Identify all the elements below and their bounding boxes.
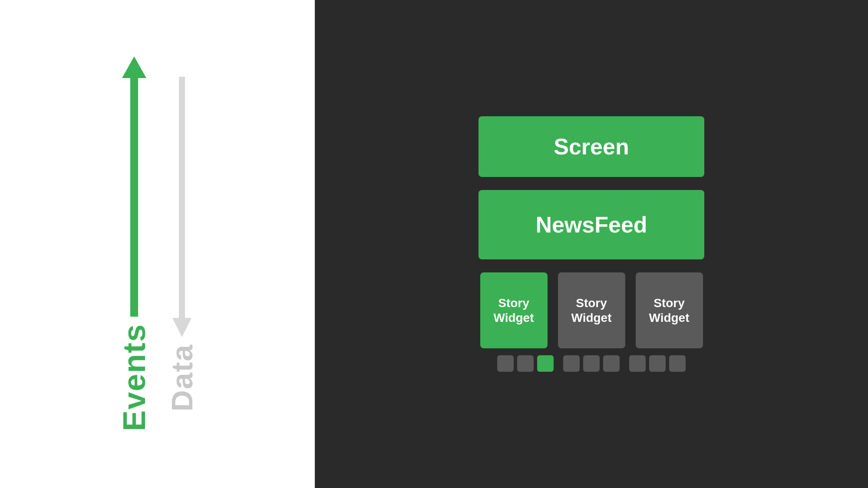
story-widget-3-label: StoryWidget <box>649 296 689 325</box>
newsfeed-label: NewsFeed <box>535 212 647 238</box>
right-panel: Screen NewsFeed StoryWidget StoryWidget … <box>315 0 868 488</box>
events-group: Events Data <box>116 56 199 431</box>
dots-set-1 <box>497 355 554 372</box>
story-widget-2: StoryWidget <box>558 272 625 348</box>
story-widget-1-label: StoryWidget <box>493 296 534 325</box>
newsfeed-box: NewsFeed <box>479 190 704 259</box>
dot-2-1 <box>563 355 580 372</box>
arrow-down-line <box>179 77 185 318</box>
dots-set-3 <box>629 355 686 372</box>
dot-1-2 <box>517 355 534 372</box>
data-label: Data <box>165 344 199 411</box>
dot-3-2 <box>649 355 666 372</box>
dot-1-3 <box>537 355 554 372</box>
events-label: Events <box>116 324 152 431</box>
story-widget-3: StoryWidget <box>636 272 703 348</box>
events-arrow <box>122 56 146 317</box>
left-panel: Events Data <box>0 0 315 488</box>
data-arrow <box>172 77 191 337</box>
dot-1-1 <box>497 355 514 372</box>
story-widget-2-label: StoryWidget <box>571 296 611 325</box>
main-container: Events Data Screen NewsFeed <box>0 0 868 488</box>
dot-2-3 <box>603 355 620 372</box>
dot-3-1 <box>629 355 646 372</box>
dots-set-2 <box>563 355 620 372</box>
arrow-up-head <box>122 56 146 78</box>
arrow-up-line <box>130 78 138 317</box>
screen-box: Screen <box>479 116 704 177</box>
arrow-down-head <box>172 318 191 337</box>
dots-row <box>497 355 686 372</box>
story-widget-1: StoryWidget <box>480 272 548 348</box>
screen-label: Screen <box>554 134 629 160</box>
story-section: StoryWidget StoryWidget StoryWidget <box>479 272 704 372</box>
story-widgets-row: StoryWidget StoryWidget StoryWidget <box>479 272 704 348</box>
dot-3-3 <box>669 355 686 372</box>
dot-2-2 <box>583 355 600 372</box>
